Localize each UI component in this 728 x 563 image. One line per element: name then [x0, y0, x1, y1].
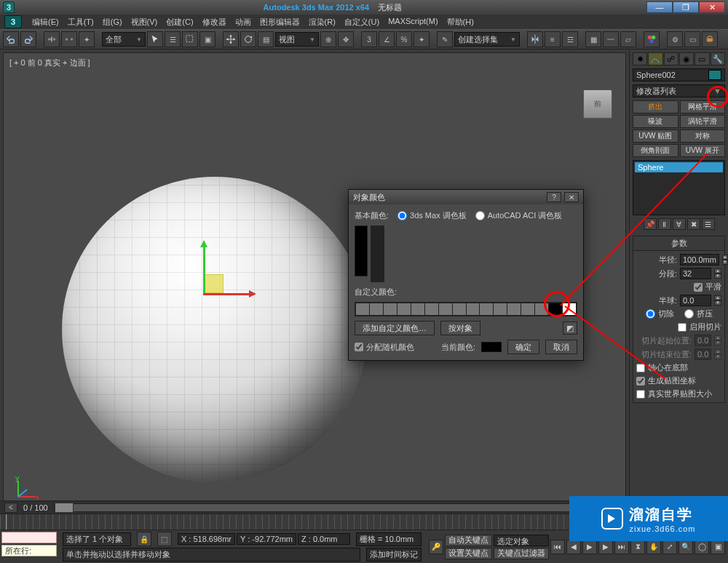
modifier-button[interactable]: 噪波 — [633, 115, 678, 128]
ok-button[interactable]: 确定 — [507, 340, 539, 354]
squash-radio[interactable] — [684, 309, 694, 319]
ref-coord-dropdown[interactable]: 视图▼ — [275, 32, 319, 47]
menu-item[interactable]: 视图(V) — [127, 15, 162, 29]
create-tab[interactable]: ✹ — [633, 52, 647, 65]
custom-swatch[interactable] — [397, 303, 411, 315]
mirror-button[interactable] — [527, 31, 543, 47]
modifier-list-dropdown[interactable]: 修改器列表▼ — [633, 84, 725, 97]
rect-select-region-button[interactable] — [182, 31, 198, 47]
custom-swatch[interactable] — [384, 303, 397, 315]
set-key-button[interactable]: 🔑 — [429, 540, 443, 554]
assign-random-checkbox[interactable] — [355, 343, 363, 351]
chop-radio[interactable] — [646, 309, 655, 319]
dialog-help-button[interactable]: ? — [547, 192, 561, 202]
angle-snap-button[interactable]: ∠ — [379, 31, 395, 47]
percent-snap-button[interactable]: % — [396, 31, 412, 47]
time-config-mini-button[interactable]: < — [4, 503, 17, 513]
select-object-button[interactable] — [147, 31, 163, 47]
add-custom-color-button[interactable]: 添加自定义颜色… — [355, 321, 435, 335]
remove-modifier-button[interactable]: ✖ — [687, 218, 700, 230]
redo-button[interactable] — [20, 31, 36, 47]
show-end-result-button[interactable]: Ⅱ — [658, 218, 671, 230]
sphere-object[interactable] — [62, 177, 368, 482]
next-frame-button[interactable]: ▶ — [598, 540, 613, 554]
segments-input[interactable]: 32 — [680, 268, 711, 279]
y-coord-input[interactable]: Y : -92.772mm — [237, 533, 296, 545]
menu-item[interactable]: 自定义(U) — [340, 15, 384, 29]
menu-item[interactable]: 帮助(H) — [443, 15, 478, 29]
application-menu-button[interactable]: 3 — [4, 15, 22, 28]
smooth-checkbox[interactable] — [694, 283, 703, 292]
add-time-tag-button[interactable]: 添加时间标记 — [366, 548, 422, 562]
hemisphere-spinner[interactable]: ▲▼ — [714, 295, 721, 306]
close-button[interactable]: ✕ — [699, 1, 725, 13]
bind-spacewarp-button[interactable]: ✦ — [79, 31, 95, 47]
time-config-button[interactable]: ⧗ — [630, 540, 645, 554]
curve-editor-button[interactable]: 〰 — [603, 31, 619, 47]
by-object-button[interactable]: 按对象 — [440, 321, 480, 335]
configure-modifier-sets-button[interactable]: ☰ — [702, 218, 715, 230]
custom-swatch[interactable] — [411, 303, 424, 315]
x-coord-input[interactable]: X : 518.698mr — [178, 533, 235, 545]
hierarchy-tab[interactable]: ☍ — [664, 52, 678, 65]
selection-lock-indicator[interactable] — [1, 532, 57, 543]
isolate-button[interactable]: ⬚ — [157, 532, 172, 546]
motion-tab[interactable]: ◉ — [679, 52, 694, 65]
viewport-label[interactable]: [ + 0 前 0 真实 + 边面 ] — [9, 57, 90, 68]
layer-manager-button[interactable]: ☲ — [562, 31, 578, 47]
modifier-button[interactable]: 涡轮平滑 — [680, 115, 726, 128]
goto-start-button[interactable]: ⏮ — [550, 540, 565, 554]
custom-swatch[interactable] — [494, 303, 507, 315]
pivot-center-button[interactable]: ⊕ — [320, 31, 336, 47]
select-rotate-button[interactable] — [240, 31, 256, 47]
menu-item[interactable]: 渲染(R) — [304, 15, 340, 29]
select-move-button[interactable] — [223, 31, 239, 47]
graphite-ribbon-button[interactable]: ▦ — [585, 31, 601, 47]
custom-swatch[interactable] — [507, 303, 521, 315]
modifier-button[interactable]: UVW 贴图 — [633, 129, 678, 143]
named-selection-dropdown[interactable]: 创建选择集▼ — [454, 32, 520, 47]
max-viewport-button[interactable]: ▣ — [711, 540, 725, 554]
material-editor-button[interactable] — [644, 31, 660, 47]
menu-item[interactable]: 修改器 — [198, 15, 231, 29]
unlink-button[interactable] — [61, 31, 77, 47]
radius-spinner[interactable]: ▲▼ — [722, 255, 728, 265]
custom-swatch[interactable] — [453, 303, 466, 315]
menu-item[interactable]: 工具(T) — [63, 15, 98, 29]
goto-end-button[interactable]: ⏭ — [614, 540, 629, 554]
play-button[interactable]: ▶ — [582, 540, 597, 554]
zoom-extents-button[interactable]: ⤢ — [662, 540, 677, 554]
render-setup-button[interactable]: ⚙ — [667, 31, 683, 47]
align-button[interactable]: ≡ — [545, 31, 561, 47]
undo-button[interactable] — [3, 31, 19, 47]
current-color-swatch[interactable] — [481, 342, 502, 352]
real-world-checkbox[interactable] — [636, 390, 645, 399]
z-coord-input[interactable]: Z : 0.0mm — [298, 533, 350, 545]
menu-item[interactable]: 动画 — [231, 15, 256, 29]
modifier-button[interactable]: 网格平滑 — [680, 100, 726, 113]
snap-toggle-button[interactable]: 3 — [361, 31, 377, 47]
black-swatch-big[interactable] — [355, 225, 368, 276]
active-color-tool-button[interactable]: ◩ — [563, 322, 577, 335]
make-unique-button[interactable]: ∀ — [673, 218, 686, 230]
prev-frame-button[interactable]: ◀ — [566, 540, 581, 554]
menu-item[interactable]: MAXScript(M) — [384, 15, 442, 29]
setkey-button[interactable]: 设置关键点 — [445, 548, 492, 559]
custom-swatch[interactable] — [480, 303, 493, 315]
custom-swatch[interactable] — [521, 303, 534, 315]
object-name-field[interactable]: Sphere002 — [633, 68, 725, 81]
minimize-button[interactable]: — — [646, 1, 673, 13]
hemisphere-input[interactable]: 0.0 — [680, 295, 711, 306]
cancel-button[interactable]: 取消 — [545, 340, 577, 354]
radius-input[interactable]: 100.0mm — [680, 254, 719, 265]
autokey-button[interactable]: 自动关键点 — [445, 535, 492, 546]
select-by-name-button[interactable]: ☰ — [165, 31, 181, 47]
render-button[interactable] — [702, 31, 718, 47]
link-button[interactable] — [44, 31, 60, 47]
menu-item[interactable]: 图形编辑器 — [256, 15, 304, 29]
spinner-snap-button[interactable]: ✦ — [414, 31, 430, 47]
menu-item[interactable]: 组(G) — [98, 15, 127, 29]
modify-tab[interactable] — [648, 52, 662, 65]
modifier-button[interactable]: 倒角剖面 — [633, 144, 678, 157]
pin-stack-button[interactable]: 📌 — [644, 218, 657, 230]
